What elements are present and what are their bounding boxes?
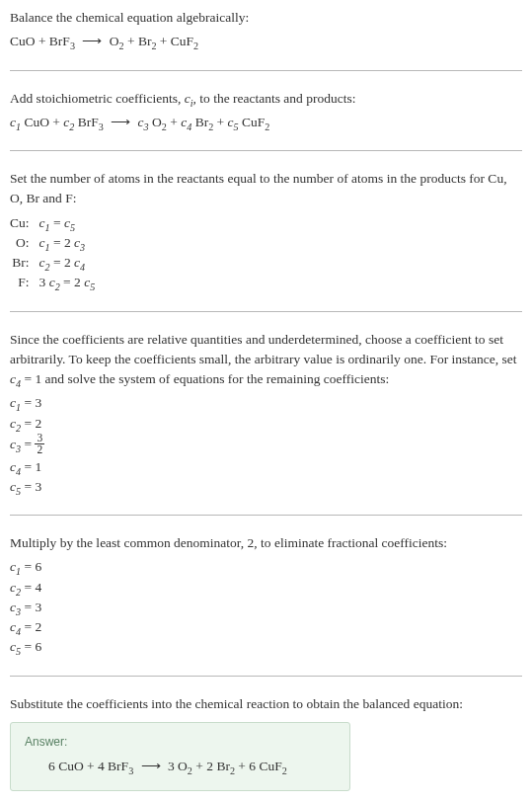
atom-row-br: Br: c2 = 2 c4: [10, 253, 95, 273]
atom-label: O:: [10, 233, 39, 253]
eq-r1-sub: 2: [118, 40, 123, 51]
step4-text-b: and solve the system of equations for th…: [41, 371, 389, 386]
step-substitute: Substitute the coefficients into the che…: [10, 694, 522, 722]
sp2sub: 3: [99, 120, 104, 131]
atom-eq: c1 = 2 c3: [39, 233, 96, 253]
ans-c: + 2 Br: [192, 759, 230, 773]
eq-r2-sub: 2: [151, 40, 156, 51]
eq: = 2: [50, 255, 75, 270]
step6-text: Substitute the coefficients into the che…: [10, 694, 522, 714]
cval: = 2: [21, 619, 41, 634]
coeff-row: c3 = 32: [10, 434, 522, 457]
divider: [10, 70, 522, 71]
ans-b: 3 O: [168, 759, 188, 773]
answer-label: Answer:: [25, 733, 336, 751]
eq: = 2: [60, 275, 85, 289]
atom-eq: c1 = c5: [39, 213, 96, 233]
eq-r1: O: [110, 34, 119, 48]
cval: = 3: [21, 600, 41, 614]
arrow-icon: ⟶: [78, 34, 106, 48]
cval: =: [21, 437, 35, 451]
atom-row-f: F: 3 c2 = 2 c5: [10, 273, 95, 292]
ans-d-sub: 2: [282, 765, 287, 776]
sp2: BrF: [74, 115, 98, 129]
coeff-row: c3 = 3: [10, 598, 522, 617]
step3-text: Set the number of atoms in the reactants…: [10, 169, 522, 209]
sp4sub: 2: [208, 120, 213, 131]
cval: = 2: [21, 416, 41, 431]
step-multiply-lcd: Multiply by the least common denominator…: [10, 533, 522, 676]
plus: +: [127, 34, 138, 48]
eq: =: [50, 215, 64, 230]
step-atom-balance: Set the number of atoms in the reactants…: [10, 169, 522, 311]
divider: [10, 515, 522, 516]
step5-text: Multiply by the least common denominator…: [10, 533, 522, 553]
divider: [10, 311, 522, 312]
plus: +: [160, 34, 171, 48]
step-add-coefficients: Add stoichiometric coefficients, ci, to …: [10, 89, 522, 151]
step2-text-a: Add stoichiometric coefficients,: [10, 91, 185, 106]
atom-row-cu: Cu: c1 = c5: [10, 213, 95, 233]
pre: 3: [39, 275, 49, 289]
atom-label: F:: [10, 273, 39, 292]
atom-table: Cu: c1 = c5 O: c1 = 2 c3 Br: c2 = 2 c4 F…: [10, 213, 95, 293]
rhs-sub: 5: [70, 221, 75, 232]
eq-lhs-sub: 3: [70, 40, 75, 51]
coeff-list-initial: c1 = 3 c2 = 2 c3 = 32 c4 = 1 c5 = 3: [10, 393, 522, 497]
cval: = 1: [21, 459, 41, 474]
plus: +: [170, 115, 181, 129]
atom-label: Br:: [10, 253, 39, 273]
sp5sub: 2: [265, 120, 269, 131]
cval: = 6: [21, 639, 41, 654]
coeff-row: c1 = 6: [10, 557, 522, 577]
sp5: CuF: [239, 115, 266, 129]
ans-a-sub: 3: [128, 765, 133, 776]
cval: = 4: [21, 580, 41, 595]
ans-a: 6 CuO + 4 BrF: [48, 759, 128, 773]
sp3: O: [149, 115, 162, 129]
fraction: 32: [35, 433, 44, 456]
step1-equation: CuO + BrF3 ⟶ O2 + Br2 + CuF2: [10, 32, 522, 51]
eq-r3-sub: 2: [193, 40, 198, 51]
step2-equation: c1 CuO + c2 BrF3 ⟶ c3 O2 + c4 Br2 + c5 C…: [10, 113, 522, 132]
ans-d: + 6 CuF: [235, 759, 282, 773]
step1-text: Balance the chemical equation algebraica…: [10, 8, 522, 28]
step4-text-a: Since the coefficients are relative quan…: [10, 332, 517, 366]
coeff-row: c5 = 3: [10, 477, 522, 497]
cval: = 3: [21, 479, 41, 494]
atom-eq: c2 = 2 c4: [39, 253, 96, 273]
coeff-row: c4 = 1: [10, 457, 522, 477]
frac-den: 2: [35, 444, 44, 455]
answer-box: Answer: 6 CuO + 4 BrF3 ⟶ 3 O2 + 2 Br2 + …: [10, 722, 350, 791]
step4-text: Since the coefficients are relative quan…: [10, 330, 522, 390]
cval: = 6: [21, 559, 41, 574]
step2-text-b: , to the reactants and products:: [193, 91, 356, 106]
sp3sub: 2: [162, 120, 167, 131]
coeff-row: c2 = 4: [10, 578, 522, 598]
rhs-sub: 4: [80, 262, 85, 273]
plus: +: [217, 115, 228, 129]
eq-r3: CuF: [171, 34, 193, 48]
set-val: = 1: [21, 371, 41, 386]
eq-r2: Br: [138, 34, 152, 48]
eq: = 2: [50, 235, 75, 250]
coeff-row: c1 = 3: [10, 393, 522, 413]
rhs-sub: 5: [90, 281, 95, 292]
step-solve-system: Since the coefficients are relative quan…: [10, 330, 522, 516]
coeff-row: c4 = 2: [10, 617, 522, 637]
step-balance-intro: Balance the chemical equation algebraica…: [10, 8, 522, 70]
answer-equation: 6 CuO + 4 BrF3 ⟶ 3 O2 + 2 Br2 + 6 CuF2: [25, 757, 336, 776]
atom-label: Cu:: [10, 213, 39, 233]
divider: [10, 676, 522, 677]
cval: = 3: [21, 395, 41, 410]
eq-lhs: CuO + BrF: [10, 34, 70, 48]
coeff-row: c2 = 2: [10, 414, 522, 434]
atom-row-o: O: c1 = 2 c3: [10, 233, 95, 253]
arrow-icon: ⟶: [107, 115, 134, 129]
atom-eq: 3 c2 = 2 c5: [39, 273, 96, 292]
arrow-icon: ⟶: [137, 759, 165, 773]
sp4: Br: [191, 115, 208, 129]
sp1: CuO +: [21, 115, 63, 129]
step2-text: Add stoichiometric coefficients, ci, to …: [10, 89, 522, 109]
rhs-sub: 3: [80, 241, 85, 252]
